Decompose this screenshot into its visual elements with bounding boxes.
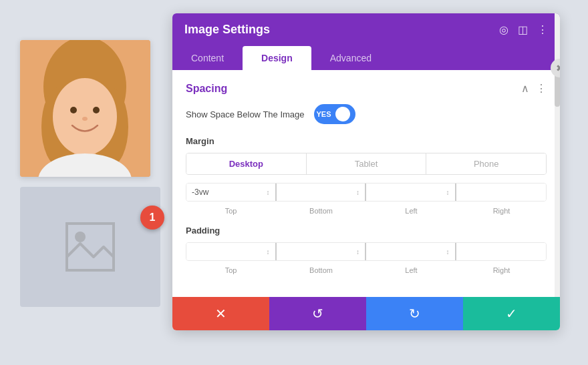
cancel-button[interactable]: ✕: [172, 297, 269, 330]
margin-input-grid: ↕ ↕ ↕: [186, 183, 547, 202]
redo-button[interactable]: ↻: [366, 297, 463, 330]
save-button[interactable]: ✓: [463, 297, 560, 330]
padding-top-input[interactable]: [192, 247, 264, 256]
show-space-toggle[interactable]: YES: [314, 104, 355, 124]
tab-advanced[interactable]: Advanced: [311, 46, 390, 70]
padding-top-cell: ↕: [186, 243, 277, 260]
device-tabs: Desktop Tablet Phone: [186, 153, 547, 175]
svg-point-7: [82, 117, 88, 121]
section-title: Spacing: [186, 83, 227, 95]
link-icon-6: ↕: [446, 248, 450, 256]
bottom-toolbar: ✕ ↺ ↻ ✓: [172, 297, 560, 330]
collapse-icon[interactable]: ∧: [521, 82, 529, 95]
link-icon-4: ↕: [267, 248, 270, 256]
padding-right-cell: [456, 243, 547, 260]
padding-right-label: Right: [456, 265, 547, 276]
settings-tabs: Content Design Advanced: [172, 46, 560, 70]
link-icon-3: ↕: [446, 189, 450, 196]
padding-bottom-label: Bottom: [276, 265, 366, 276]
show-space-row: Show Space Below The Image YES: [186, 104, 547, 124]
target-icon[interactable]: ◎: [499, 23, 508, 36]
padding-left-input[interactable]: [372, 247, 444, 256]
toggle-yes-label: YES: [317, 110, 331, 118]
margin-top-label: Top: [186, 206, 276, 216]
padding-bottom-input[interactable]: [282, 247, 354, 256]
section-actions: ∧ ⋮: [521, 82, 547, 95]
padding-labels: Top Bottom Left Right: [186, 265, 547, 276]
svg-point-6: [93, 107, 100, 113]
device-tab-desktop[interactable]: Desktop: [186, 153, 307, 174]
link-icon-2: ↕: [356, 189, 359, 196]
padding-left-label: Left: [366, 265, 456, 276]
margin-left-input[interactable]: [372, 188, 444, 197]
margin-bottom-input[interactable]: [282, 188, 354, 197]
margin-labels: Top Bottom Left Right: [186, 206, 547, 216]
undo-button[interactable]: ↺: [269, 297, 366, 330]
toggle-knob: [335, 107, 350, 121]
svg-rect-9: [63, 220, 117, 274]
link-icon-5: ↕: [356, 248, 359, 256]
placeholder-icon: [63, 220, 117, 274]
margin-right-label: Right: [456, 206, 547, 216]
device-tab-tablet[interactable]: Tablet: [307, 153, 427, 174]
header-icons: ◎ ◫ ⋮: [499, 23, 548, 36]
panel-title: Image Settings: [184, 23, 270, 37]
margin-top-cell: ↕: [186, 184, 277, 201]
margin-label: Margin: [186, 136, 547, 146]
padding-left-cell: ↕: [366, 243, 456, 260]
image-placeholder: [20, 187, 160, 307]
device-tab-phone[interactable]: Phone: [426, 153, 546, 174]
image-settings-panel: Image Settings ◎ ◫ ⋮ Content Design Adva…: [172, 13, 560, 330]
layout-icon[interactable]: ◫: [518, 23, 528, 36]
section-more-icon[interactable]: ⋮: [536, 82, 547, 95]
margin-bottom-label: Bottom: [276, 206, 366, 216]
person-photo: [20, 40, 150, 177]
tab-content[interactable]: Content: [172, 46, 243, 70]
margin-left-cell: ↕: [366, 184, 456, 201]
link-icon-1: ↕: [267, 189, 270, 196]
padding-right-input[interactable]: [462, 247, 541, 256]
spacing-section-header: Spacing ∧ ⋮: [186, 82, 547, 95]
panel-header: Image Settings ◎ ◫ ⋮: [172, 13, 560, 46]
padding-input-grid: ↕ ↕ ↕: [186, 242, 547, 261]
padding-top-label: Top: [186, 265, 276, 276]
badge-value: 1: [150, 212, 156, 224]
more-icon[interactable]: ⋮: [537, 23, 548, 36]
show-space-label: Show Space Below The Image: [186, 109, 305, 119]
svg-point-5: [70, 107, 77, 113]
margin-bottom-cell: ↕: [277, 184, 367, 201]
svg-point-10: [75, 232, 86, 242]
margin-right-input[interactable]: [462, 188, 541, 197]
step-badge: 1: [140, 206, 164, 230]
margin-right-cell: [456, 184, 547, 201]
padding-label: Padding: [186, 226, 547, 236]
padding-bottom-cell: ↕: [277, 243, 367, 260]
tab-design[interactable]: Design: [243, 46, 311, 70]
margin-top-input[interactable]: [192, 188, 264, 197]
panel-body: Spacing ∧ ⋮ Show Space Below The Image Y…: [172, 70, 560, 297]
margin-left-label: Left: [366, 206, 456, 216]
photo-placeholder: [20, 40, 150, 177]
scrollbar-track[interactable]: [555, 13, 560, 297]
